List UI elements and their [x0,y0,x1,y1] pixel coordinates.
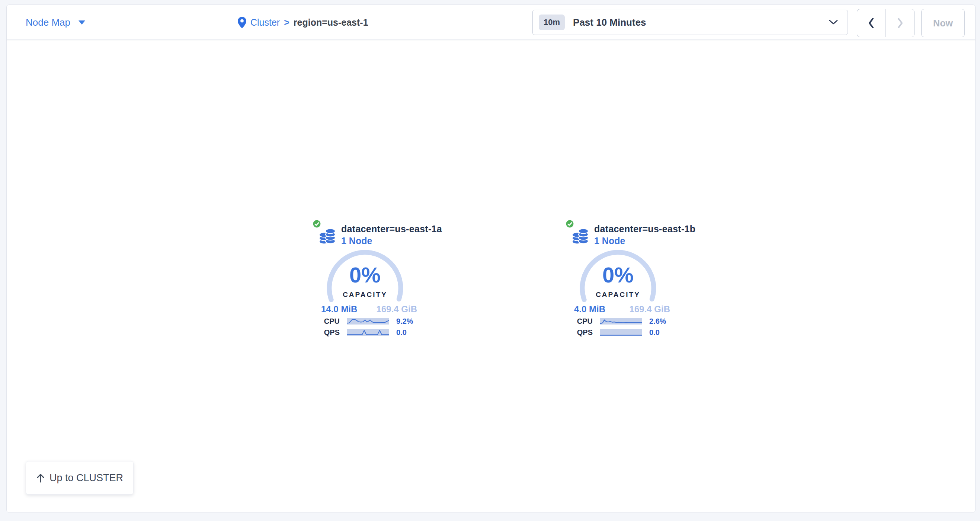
cpu-value: 2.6% [649,317,667,326]
datacenter-title: datacenter=us-east-1a [341,224,442,234]
cpu-label: CPU [321,317,340,326]
capacity-used: 4.0 MiB [574,304,605,314]
datacenter-node-count: 1 Node [341,236,372,246]
cpu-label: CPU [574,317,593,326]
qps-value: 0.0 [396,328,407,337]
cpu-metric-row: CPU 2.6% [574,317,671,326]
time-range-label: Past 10 Minutes [573,17,646,28]
breadcrumb-current: region=us-east-1 [294,17,368,28]
chevron-down-icon [829,20,838,25]
up-to-cluster-button[interactable]: Up to CLUSTER [25,461,134,495]
time-range-badge: 10m [539,14,565,30]
qps-label: QPS [574,328,593,337]
healthy-check-icon [565,219,574,228]
arrow-up-icon [36,473,45,483]
breadcrumb-cluster-link[interactable]: Cluster [250,17,280,28]
database-stack-icon [572,226,589,244]
chevron-left-icon [868,18,875,29]
datacenter-card[interactable]: datacenter=us-east-1b 1 Node 0% CAPACITY… [565,219,677,344]
capacity-label: CAPACITY [326,291,404,299]
now-button[interactable]: Now [921,9,965,37]
qps-metric-row: QPS 0.0 [574,328,671,337]
header-divider [514,7,514,38]
capacity-used: 14.0 MiB [321,304,357,314]
datacenter-card[interactable]: datacenter=us-east-1a 1 Node 0% CAPACITY… [312,219,424,344]
datacenter-title: datacenter=us-east-1b [594,224,695,234]
healthy-check-icon [312,219,321,228]
capacity-label: CAPACITY [579,291,657,299]
cpu-metric-row: CPU 9.2% [321,317,418,326]
capacity-values: 4.0 MiB 169.4 GiB [574,304,670,314]
breadcrumb: Cluster > region=us-east-1 [238,5,368,40]
cpu-sparkline [600,318,642,325]
time-range-select[interactable]: 10m Past 10 Minutes [532,10,848,35]
capacity-gauge-arc [579,249,657,328]
qps-metric-row: QPS 0.0 [321,328,418,337]
view-selector-label: Node Map [25,17,70,28]
node-map-page: { "view": { "title": "Node Map" }, "brea… [0,0,980,521]
qps-sparkline [600,329,642,336]
time-nav-group [857,9,915,37]
capacity-total: 169.4 GiB [630,304,670,314]
time-prev-button[interactable] [857,9,886,37]
qps-value: 0.0 [649,328,660,337]
cpu-sparkline [347,318,389,325]
caret-down-icon [78,21,85,25]
cpu-value: 9.2% [396,317,414,326]
qps-sparkline [347,329,389,336]
chevron-right-icon [897,18,904,29]
location-pin-icon [238,17,246,28]
capacity-gauge-arc [326,249,404,328]
node-map-panel: Node Map Cluster > region=us-east-1 10m … [6,5,975,513]
capacity-total: 169.4 GiB [377,304,417,314]
database-stack-icon [319,226,336,244]
qps-label: QPS [321,328,340,337]
time-next-button[interactable] [886,9,914,37]
breadcrumb-separator: > [284,17,290,28]
datacenter-node-count: 1 Node [594,236,625,246]
capacity-percentage: 0% [326,262,404,287]
up-to-cluster-label: Up to CLUSTER [49,472,123,484]
header-bar: Node Map Cluster > region=us-east-1 10m … [7,5,975,40]
capacity-percentage: 0% [579,262,657,287]
view-selector-dropdown[interactable]: Node Map [25,5,85,40]
capacity-values: 14.0 MiB 169.4 GiB [321,304,417,314]
